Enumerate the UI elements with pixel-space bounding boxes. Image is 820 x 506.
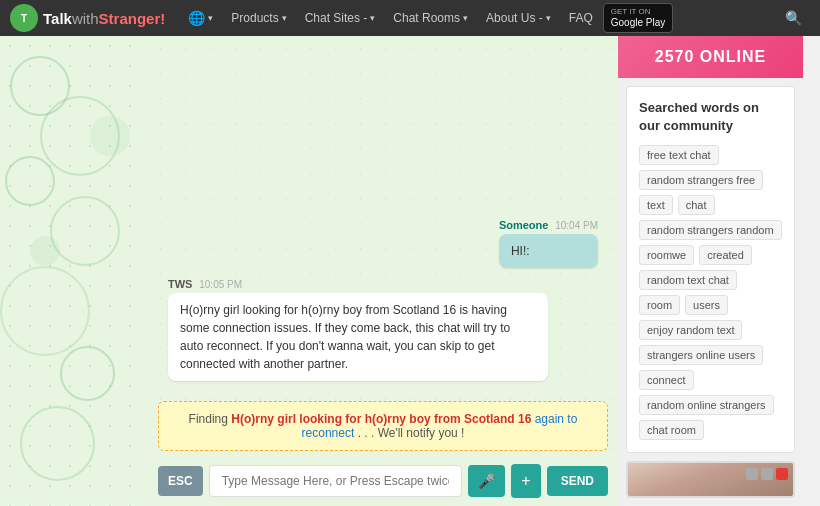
navbar: T TalkwithStranger! 🌐 ▾ Products ▾ Chat … (0, 0, 820, 36)
search-tag[interactable]: users (685, 295, 728, 315)
msg-incoming-text: H(o)rny girl looking for h(o)rny boy fro… (180, 303, 510, 371)
video-preview (626, 461, 795, 498)
search-tag[interactable]: chat (678, 195, 715, 215)
nav-faq[interactable]: FAQ (561, 7, 601, 29)
searched-words-box: Searched words on our community free tex… (626, 86, 795, 453)
reconnect-notice: Finding H(o)rny girl looking for h(o)rny… (158, 401, 608, 451)
logo-icon: T (10, 4, 38, 32)
message-incoming: TWS 10:05 PM H(o)rny girl looking for h(… (168, 278, 548, 381)
search-button[interactable]: 🔍 (777, 6, 810, 30)
msg-incoming-meta: TWS 10:05 PM (168, 278, 548, 290)
msg-incoming-bubble: H(o)rny girl looking for h(o)rny boy fro… (168, 293, 548, 381)
search-tag[interactable]: enjoy random text (639, 320, 742, 340)
main-layout: Someone 10:04 PM HI!: TWS 10:05 PM H(o)r… (0, 36, 820, 506)
search-tag[interactable]: random strangers free (639, 170, 763, 190)
msg-outgoing-meta: Someone 10:04 PM (499, 219, 598, 231)
tags-container: free text chatrandom strangers freetextc… (639, 145, 782, 440)
video-controls (746, 468, 788, 480)
search-tag[interactable]: random online strangers (639, 395, 774, 415)
search-tag[interactable]: random text chat (639, 270, 737, 290)
chat-container: Someone 10:04 PM HI!: TWS 10:05 PM H(o)r… (148, 36, 618, 506)
nav-about-us[interactable]: About Us - ▾ (478, 7, 559, 29)
esc-button[interactable]: ESC (158, 466, 203, 496)
message-outgoing: Someone 10:04 PM HI!: (499, 219, 598, 268)
logo-text: TalkwithStranger! (43, 10, 165, 27)
reconnect-prefix: Finding (189, 412, 232, 426)
video-maximize-button[interactable] (761, 468, 773, 480)
online-label: ONLINE (700, 48, 766, 65)
nav-chat-sites[interactable]: Chat Sites - ▾ (297, 7, 384, 29)
video-minimize-button[interactable] (746, 468, 758, 480)
reconnect-suffix: . . . We'll notify you ! (358, 426, 465, 440)
svg-text:T: T (21, 13, 27, 24)
search-tag[interactable]: text (639, 195, 673, 215)
msg-outgoing-bubble: HI!: (499, 234, 598, 268)
nav-products[interactable]: Products ▾ (223, 7, 294, 29)
msg-incoming-time: 10:05 PM (199, 279, 242, 290)
online-badge: 2570 ONLINE (618, 36, 803, 78)
nav-items: 🌐 ▾ Products ▾ Chat Sites - ▾ Chat Rooms… (180, 3, 777, 33)
logo[interactable]: T TalkwithStranger! (10, 4, 165, 32)
search-tag[interactable]: random strangers random (639, 220, 782, 240)
msg-outgoing-sender: Someone (499, 219, 549, 231)
msg-outgoing-time: 10:04 PM (555, 220, 598, 231)
reconnect-highlight: H(o)rny girl looking for h(o)rny boy fro… (231, 412, 531, 426)
searched-words-title: Searched words on our community (639, 99, 782, 135)
online-count: 2570 (655, 48, 695, 65)
search-tag[interactable]: chat room (639, 420, 704, 440)
nav-globe[interactable]: 🌐 ▾ (180, 6, 221, 30)
send-button[interactable]: SEND (547, 466, 608, 496)
left-sidebar (0, 36, 148, 506)
msg-outgoing-text: HI!: (511, 244, 530, 258)
chat-messages: Someone 10:04 PM HI!: TWS 10:05 PM H(o)r… (148, 36, 618, 396)
search-tag[interactable]: room (639, 295, 680, 315)
decorative-bg (0, 36, 148, 506)
search-tag[interactable]: roomwe (639, 245, 694, 265)
search-tag[interactable]: strangers online users (639, 345, 763, 365)
search-tag[interactable]: created (699, 245, 752, 265)
mic-button[interactable]: 🎤 (468, 465, 505, 497)
google-play-button[interactable]: GET IT ON Google Play (603, 3, 673, 33)
nav-chat-rooms[interactable]: Chat Rooms ▾ (385, 7, 476, 29)
right-panel: 2570 ONLINE Searched words on our commun… (618, 36, 803, 506)
video-close-button[interactable] (776, 468, 788, 480)
search-tag[interactable]: free text chat (639, 145, 719, 165)
msg-incoming-sender: TWS (168, 278, 192, 290)
search-tag[interactable]: connect (639, 370, 694, 390)
message-input[interactable] (209, 465, 463, 497)
add-button[interactable]: + (511, 464, 540, 498)
input-bar: ESC 🎤 + SEND (148, 456, 618, 506)
